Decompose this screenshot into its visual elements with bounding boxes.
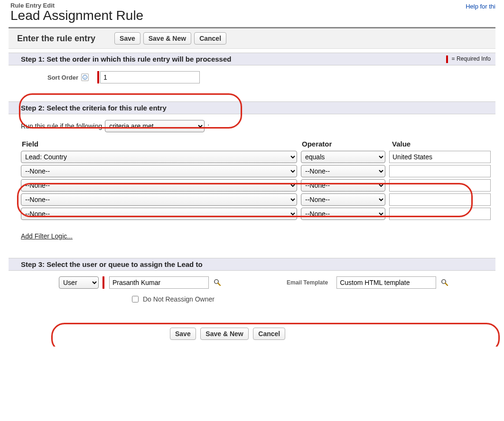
page-title: Lead Assignment Rule (10, 8, 143, 23)
criteria-table: Field Operator Value Lead: Country equal… (21, 139, 491, 221)
criteria-value-input[interactable] (389, 151, 491, 163)
step1-header: Step 1: Set the order in which this rule… (9, 53, 495, 65)
criteria-value-input[interactable] (389, 179, 491, 192)
criteria-value-input[interactable] (389, 165, 491, 177)
section-header: Enter the rule entry Save Save & New Can… (9, 28, 495, 49)
add-filter-logic-link[interactable]: Add Filter Logic... (21, 232, 73, 240)
cancel-button-top[interactable]: Cancel (194, 32, 226, 45)
criteria-row: --None-- --None-- (21, 178, 491, 192)
save-button-top[interactable]: Save (114, 32, 140, 45)
criteria-row: --None-- --None-- (21, 192, 491, 207)
svg-text:i: i (84, 76, 85, 80)
do-not-reassign-checkbox[interactable] (132, 296, 139, 302)
criteria-row: Lead: Country equals (21, 150, 491, 164)
cancel-button-bottom[interactable]: Cancel (253, 328, 285, 340)
col-field-header: Field (22, 140, 302, 148)
svg-line-3 (218, 283, 220, 285)
criteria-intro-suffix: : (207, 122, 209, 130)
criteria-mode-select[interactable]: criteria are met (105, 120, 205, 132)
lookup-icon[interactable] (213, 278, 222, 287)
criteria-row: --None-- --None-- (21, 164, 491, 178)
save-new-button-bottom[interactable]: Save & New (200, 328, 248, 340)
step1-title: Step 1: Set the order in which this rule… (21, 55, 231, 63)
sort-order-input[interactable] (100, 71, 200, 83)
required-indicator (97, 71, 99, 83)
lookup-icon[interactable] (440, 278, 449, 287)
criteria-field-select[interactable]: Lead: Country (21, 151, 297, 163)
save-button-bottom[interactable]: Save (170, 328, 196, 340)
criteria-operator-select[interactable]: --None-- (301, 179, 385, 192)
step2-header: Step 2: Select the criteria for this rul… (9, 101, 495, 114)
help-link[interactable]: Help for thi (466, 2, 495, 10)
required-bar-icon (446, 55, 448, 63)
criteria-value-input[interactable] (389, 208, 491, 220)
svg-line-5 (445, 283, 448, 285)
do-not-reassign-label: Do Not Reassign Owner (143, 295, 215, 303)
required-indicator (103, 276, 104, 289)
col-value-header: Value (392, 140, 491, 148)
criteria-operator-select[interactable]: --None-- (301, 208, 385, 220)
step3-title: Step 3: Select the user or queue to assi… (21, 260, 203, 268)
email-template-label: Email Template (287, 279, 333, 286)
section-title: Enter the rule entry (17, 34, 114, 44)
step3-header: Step 3: Select the user or queue to assi… (9, 258, 495, 271)
criteria-field-select[interactable]: --None-- (21, 179, 297, 192)
save-new-button-top[interactable]: Save & New (143, 32, 191, 45)
info-icon[interactable]: i (81, 73, 89, 81)
required-info-hint: = Required Info (446, 55, 491, 63)
assignee-name-input[interactable] (109, 276, 209, 289)
criteria-field-select[interactable]: --None-- (21, 165, 297, 177)
criteria-field-select[interactable]: --None-- (21, 193, 297, 206)
email-template-input[interactable] (336, 276, 436, 289)
criteria-operator-select[interactable]: equals (301, 151, 385, 163)
criteria-row: --None-- --None-- (21, 207, 491, 221)
step2-title: Step 2: Select the criteria for this rul… (21, 104, 167, 112)
assignee-type-select[interactable]: User (59, 276, 99, 289)
criteria-operator-select[interactable]: --None-- (301, 193, 385, 206)
col-operator-header: Operator (302, 140, 392, 148)
criteria-intro-prefix: Run this rule if the following (21, 122, 102, 130)
criteria-value-input[interactable] (389, 193, 491, 206)
criteria-field-select[interactable]: --None-- (21, 208, 297, 220)
criteria-operator-select[interactable]: --None-- (301, 165, 385, 177)
sort-order-label: Sort Order (47, 74, 81, 81)
